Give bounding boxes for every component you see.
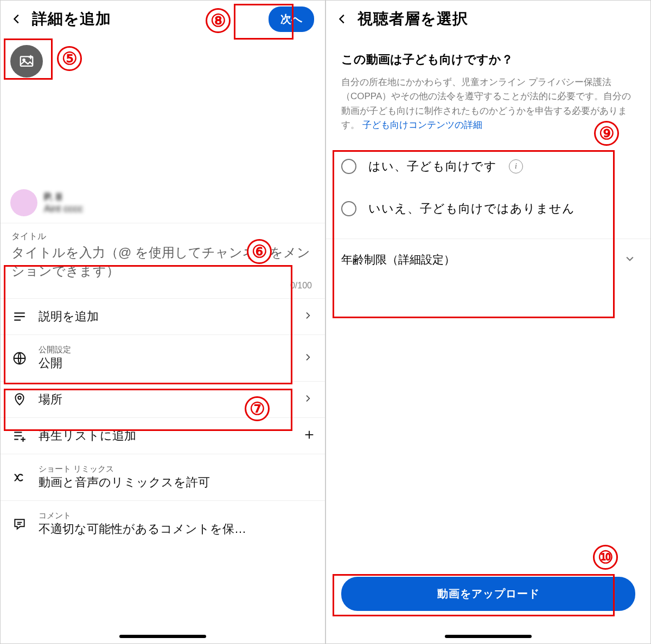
visibility-row[interactable]: 公開設定 公開 — [1, 334, 325, 381]
playlist-label: 再生リストに追加 — [39, 428, 292, 444]
add-description-row[interactable]: 説明を追加 — [1, 298, 325, 334]
title-counter: 0/100 — [11, 280, 314, 295]
remix-row[interactable]: ショート リミックス 動画と音声のリミックスを許可 — [1, 454, 325, 500]
upload-video-button[interactable]: 動画をアップロード — [341, 577, 635, 611]
chevron-right-icon — [303, 394, 314, 405]
comment-row[interactable]: コメント 不適切な可能性があるコメントを保… — [1, 500, 325, 547]
playlist-add-icon — [11, 428, 28, 444]
age-restriction-label: 年齢制限（詳細設定） — [341, 252, 455, 267]
comment-label: コメント — [39, 511, 314, 521]
comment-icon — [11, 516, 28, 532]
svg-point-8 — [18, 396, 21, 399]
back-icon[interactable] — [335, 11, 350, 27]
playlist-row[interactable]: 再生リストに追加 — [1, 417, 325, 454]
visibility-label: 公開設定 — [39, 345, 292, 355]
page-title: 視聴者層を選択 — [358, 9, 642, 29]
remix-icon — [11, 469, 28, 486]
avatar — [10, 189, 37, 216]
info-icon[interactable]: i — [509, 159, 523, 173]
home-indicator — [445, 635, 532, 638]
comment-value: 不適切な可能性があるコメントを保… — [39, 521, 314, 537]
page-title: 詳細を追加 — [32, 9, 269, 29]
radio-not-kids[interactable]: いいえ、子ども向けではありません — [326, 190, 650, 239]
audience-description: 自分の所在地にかかわらず、児童オンライン プライバシー保護法（COPPA）やその… — [341, 75, 635, 132]
add-description-label: 説明を追加 — [39, 308, 292, 325]
chevron-right-icon — [303, 311, 314, 322]
location-label: 場所 — [39, 391, 292, 408]
age-restriction-row[interactable]: 年齢制限（詳細設定） — [326, 239, 650, 280]
radio-no-label: いいえ、子ども向けではありません — [368, 201, 575, 217]
globe-icon — [11, 350, 28, 366]
radio-icon — [341, 159, 356, 174]
channel-name: P. II Aint cccc — [44, 191, 83, 215]
description-icon — [11, 308, 28, 325]
location-icon — [11, 391, 28, 408]
radio-yes-kids[interactable]: はい、子ども向けです i — [326, 143, 650, 190]
audience-question-block: この動画は子ども向けですか？ 自分の所在地にかかわらず、児童オンライン プライバ… — [326, 37, 650, 132]
back-icon[interactable] — [9, 11, 24, 27]
screen-add-details: 詳細を追加 次へ P. II Aint cccc タイトル タイトルを入力（@ … — [0, 0, 326, 644]
header: 視聴者層を選択 — [326, 1, 650, 37]
title-placeholder: タイトルを入力（@ を使用してチャンネルをメンションできます） — [11, 243, 314, 280]
audience-question: この動画は子ども向けですか？ — [341, 51, 635, 68]
visibility-value: 公開 — [39, 355, 292, 371]
remix-value: 動画と音声のリミックスを許可 — [39, 474, 314, 491]
home-indicator — [119, 635, 206, 638]
kids-content-link[interactable]: 子ども向けコンテンツの詳細 — [362, 120, 482, 130]
add-thumbnail-button[interactable] — [10, 45, 43, 78]
radio-yes-label: はい、子ども向けです — [368, 158, 497, 175]
screen-select-audience: 視聴者層を選択 この動画は子ども向けですか？ 自分の所在地にかかわらず、児童オン… — [326, 0, 651, 644]
channel-info: P. II Aint cccc — [10, 189, 83, 216]
next-button[interactable]: 次へ — [269, 7, 314, 32]
title-field[interactable]: タイトル タイトルを入力（@ を使用してチャンネルをメンションできます） 0/1… — [1, 223, 325, 298]
header: 詳細を追加 次へ — [1, 1, 325, 37]
title-label: タイトル — [11, 231, 314, 242]
chevron-down-icon — [624, 253, 635, 267]
radio-icon — [341, 201, 356, 216]
annotation-10: ⑩ — [593, 545, 618, 570]
location-row[interactable]: 場所 — [1, 381, 325, 417]
plus-icon — [303, 429, 314, 443]
video-preview-area: P. II Aint cccc — [1, 37, 325, 223]
chevron-right-icon — [303, 353, 314, 364]
remix-label: ショート リミックス — [39, 464, 314, 474]
